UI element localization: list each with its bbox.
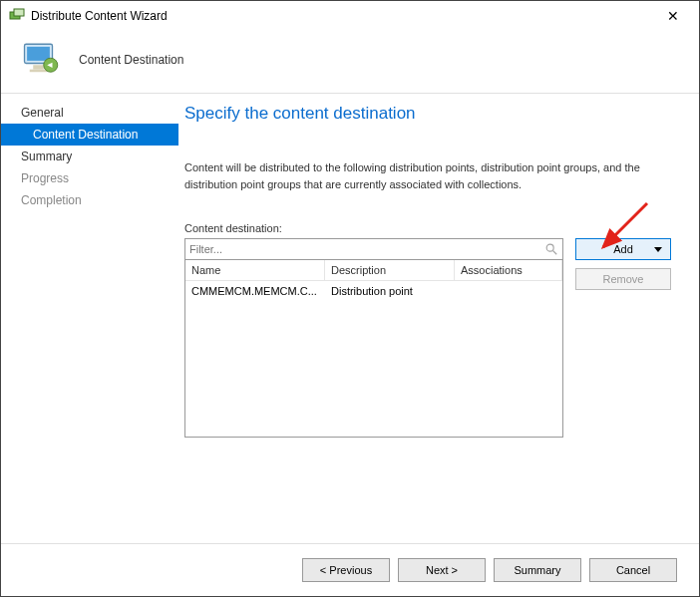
col-description[interactable]: Description [325,260,455,280]
cell-description: Distribution point [325,281,455,301]
page-title: Specify the content destination [184,104,671,124]
add-button[interactable]: Add [575,238,671,260]
svg-rect-5 [30,70,48,73]
step-progress[interactable]: Progress [1,167,178,189]
main-panel: Specify the content destination Content … [178,94,699,532]
step-general[interactable]: General [1,102,178,124]
description: Content will be distributed to the follo… [184,159,643,192]
header: Content Destination [1,31,699,93]
cancel-button[interactable]: Cancel [589,558,677,582]
cell-associations [455,281,562,301]
sidebar: General Content Destination Summary Prog… [1,94,178,532]
table-row[interactable]: CMMEMCM.MEMCM.C... Distribution point [185,281,562,301]
remove-label: Remove [603,273,644,285]
titlebar: Distribute Content Wizard ✕ [1,1,699,31]
svg-line-8 [553,251,557,255]
step-content-destination[interactable]: Content Destination [1,124,178,146]
step-completion[interactable]: Completion [1,189,178,211]
col-name[interactable]: Name [185,260,325,280]
cell-name: CMMEMCM.MEMCM.C... [185,281,325,301]
window-title: Distribute Content Wizard [31,9,655,23]
header-heading: Content Destination [79,53,183,67]
add-label: Add [613,243,633,255]
previous-button[interactable]: < Previous [302,558,390,582]
footer: < Previous Next > Summary Cancel [1,543,699,596]
col-associations[interactable]: Associations [455,260,562,280]
app-icon [9,8,25,24]
dest-table[interactable]: Name Description Associations CMMEMCM.ME… [184,260,563,438]
chevron-down-icon [654,247,662,252]
summary-button[interactable]: Summary [494,558,581,582]
next-button[interactable]: Next > [398,558,486,582]
remove-button: Remove [575,268,671,290]
filter-box[interactable] [184,238,563,260]
svg-point-7 [546,244,553,251]
close-icon[interactable]: ✕ [655,8,691,24]
filter-input[interactable] [189,243,544,255]
dest-label: Content destination: [184,222,671,234]
table-header: Name Description Associations [185,260,562,281]
search-icon[interactable] [544,242,558,256]
step-summary[interactable]: Summary [1,146,178,167]
svg-rect-1 [14,9,24,16]
svg-rect-4 [33,65,44,69]
svg-rect-3 [27,47,50,61]
monitor-icon [21,39,63,81]
